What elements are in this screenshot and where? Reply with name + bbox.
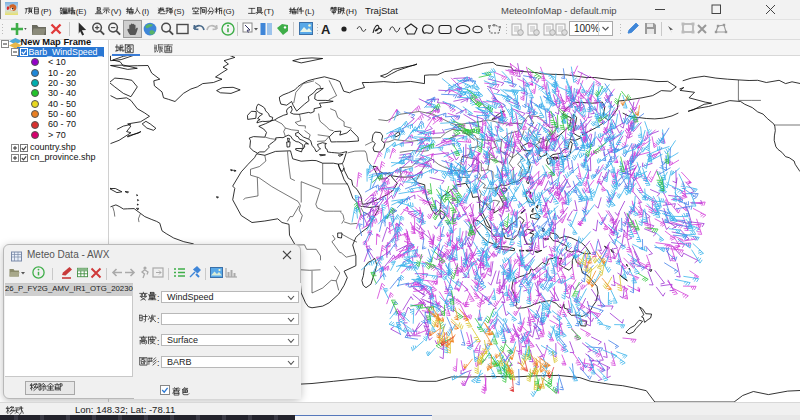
svg-text::: : (157, 315, 159, 325)
svg-text:(I): (I) (142, 7, 150, 16)
svg-text::: : (157, 358, 159, 368)
svg-text:(G): (G) (223, 7, 235, 16)
svg-text:(H): (H) (346, 7, 357, 16)
svg-text::: : (157, 336, 159, 346)
svg-text:(P): (P) (41, 7, 52, 16)
svg-text:(V): (V) (110, 7, 121, 16)
svg-text:(E): (E) (76, 7, 87, 16)
svg-text:(S): (S) (173, 7, 184, 16)
svg-text::: : (157, 293, 159, 303)
svg-text:(L): (L) (305, 7, 315, 16)
svg-text:(T): (T) (263, 7, 274, 16)
